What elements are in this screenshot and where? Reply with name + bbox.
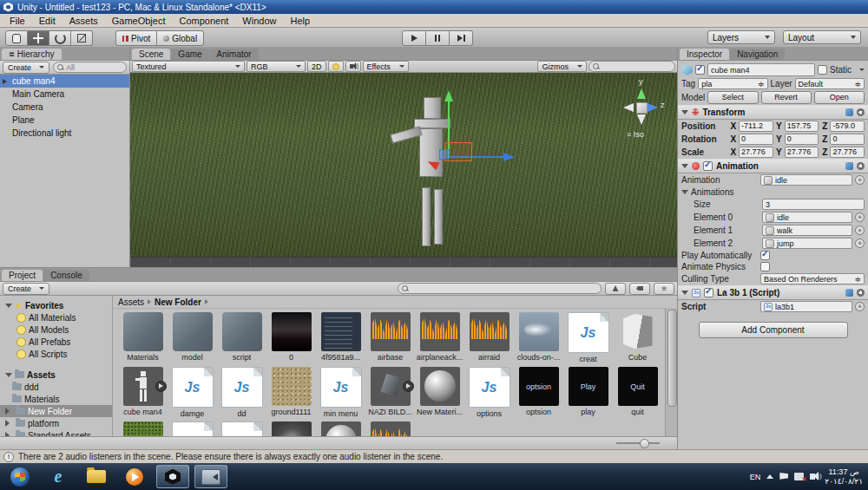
- hierarchy-item[interactable]: cube man4: [0, 75, 129, 88]
- object-picker-icon[interactable]: [855, 225, 865, 235]
- asset-tile[interactable]: airbase: [365, 312, 415, 363]
- scene-search-input[interactable]: [589, 61, 675, 72]
- menu-component[interactable]: Component: [173, 15, 234, 27]
- gizmos-dropdown[interactable]: Gizmos: [537, 61, 587, 72]
- static-checkbox[interactable]: [818, 65, 827, 75]
- model-revert-button[interactable]: Revert: [761, 91, 812, 104]
- tree-folder[interactable]: New Folder: [0, 405, 112, 417]
- tab-inspector[interactable]: Inspector: [680, 49, 729, 60]
- transform-rotation-y-field[interactable]: 0: [785, 134, 819, 145]
- asset-tile[interactable]: clouds-on-...: [514, 312, 563, 363]
- breadcrumb-segment[interactable]: Assets: [118, 297, 144, 307]
- transform-position-y-field[interactable]: 157.75: [785, 121, 819, 132]
- render-channel-dropdown[interactable]: RGB: [247, 61, 306, 72]
- search-by-type-button[interactable]: [605, 283, 626, 295]
- network-icon[interactable]: [794, 473, 804, 480]
- object-picker-icon[interactable]: [855, 302, 865, 311]
- asset-tile[interactable]: [118, 421, 168, 437]
- asset-tile[interactable]: airraid: [464, 312, 514, 363]
- asset-tile[interactable]: 0: [266, 312, 316, 363]
- asset-tile[interactable]: Jsdd: [217, 367, 266, 418]
- audio-toggle[interactable]: [345, 61, 361, 72]
- step-button[interactable]: [450, 30, 473, 46]
- gear-icon[interactable]: [857, 108, 865, 116]
- scene-viewport[interactable]: y z ≡ Iso: [130, 73, 677, 269]
- active-checkbox[interactable]: [695, 65, 705, 75]
- object-name-field[interactable]: cube man4: [707, 63, 815, 76]
- object-picker-icon[interactable]: [855, 175, 865, 185]
- start-button[interactable]: [3, 465, 36, 488]
- project-search-input[interactable]: [398, 283, 602, 294]
- search-by-label-button[interactable]: [629, 283, 650, 295]
- hierarchy-item[interactable]: Directional light: [0, 127, 129, 140]
- thumbnail-zoom-slider[interactable]: [616, 442, 660, 444]
- asset-tile[interactable]: [365, 421, 415, 437]
- toggle-2d[interactable]: 2D: [307, 61, 326, 72]
- foldout-icon[interactable]: [5, 408, 13, 415]
- file-explorer-button[interactable]: [80, 465, 113, 488]
- element-clip-field[interactable]: jump: [762, 238, 852, 249]
- favorites-item[interactable]: All Materials: [0, 311, 112, 323]
- asset-tile[interactable]: [266, 421, 316, 437]
- favorites-root[interactable]: ★Favorites: [0, 299, 112, 311]
- asset-tile[interactable]: Cube: [613, 312, 662, 363]
- foldout-icon[interactable]: [5, 304, 12, 308]
- projection-label[interactable]: ≡ Iso: [627, 130, 644, 139]
- breadcrumb-segment[interactable]: New Folder: [155, 297, 201, 307]
- help-icon[interactable]: [845, 162, 853, 170]
- transform-scale-y-field[interactable]: 27.776: [785, 147, 819, 158]
- model-open-button[interactable]: Open: [814, 91, 865, 104]
- asset-tile[interactable]: 4f9581a9...: [316, 312, 365, 363]
- internet-explorer-button[interactable]: e: [42, 465, 75, 488]
- asset-tile[interactable]: Jsmin menu: [316, 367, 365, 418]
- effects-dropdown[interactable]: Effects: [363, 61, 409, 72]
- favorites-item[interactable]: All Models: [0, 323, 112, 336]
- menu-file[interactable]: File: [3, 15, 31, 27]
- hand-tool-button[interactable]: [5, 30, 28, 46]
- action-center-icon[interactable]: [779, 473, 788, 480]
- animation-enabled-checkbox[interactable]: [703, 161, 713, 171]
- scrollbar-thumb[interactable]: [667, 310, 677, 407]
- pause-button[interactable]: [426, 30, 450, 46]
- favorites-star-button[interactable]: ★: [654, 283, 674, 295]
- transform-rotation-z-field[interactable]: 0: [830, 134, 865, 145]
- title-bar[interactable]: Unity - Untitled - test123 - PC, Mac & L…: [0, 0, 868, 14]
- culling-type-dropdown[interactable]: Based On Renderers≑: [760, 273, 865, 284]
- tab-scene[interactable]: Scene: [132, 49, 170, 60]
- object-picker-icon[interactable]: [855, 238, 865, 248]
- asset-tile[interactable]: Jscreat: [563, 312, 613, 363]
- pivot-toggle[interactable]: Pivot: [115, 30, 157, 46]
- model-select-button[interactable]: Select: [707, 91, 758, 104]
- grid-scrollbar[interactable]: [665, 308, 677, 437]
- asset-tile[interactable]: script: [217, 312, 266, 363]
- asset-tile[interactable]: model: [168, 312, 217, 363]
- rotate-tool-button[interactable]: [49, 30, 71, 46]
- tab-navigation[interactable]: Navigation: [730, 49, 785, 60]
- asset-tile[interactable]: airplaneack...: [415, 312, 464, 363]
- unity-taskbar-button[interactable]: [156, 465, 189, 488]
- play-automatically-checkbox[interactable]: [760, 251, 770, 260]
- asset-tile[interactable]: Jsoptions: [464, 367, 514, 418]
- foldout-icon[interactable]: [681, 164, 688, 168]
- animation-clip-field[interactable]: idle: [760, 174, 852, 186]
- gear-icon[interactable]: [857, 289, 865, 297]
- asset-tile[interactable]: Playplay: [563, 367, 613, 418]
- asset-tile[interactable]: Jsdamge: [168, 367, 217, 418]
- script-enabled-checkbox[interactable]: [704, 288, 713, 297]
- tab-animator[interactable]: Animator: [210, 49, 259, 60]
- hierarchy-item[interactable]: Main Camera: [0, 88, 129, 101]
- asset-tile[interactable]: Js: [168, 421, 217, 437]
- layout-dropdown[interactable]: Layout: [783, 30, 861, 44]
- animate-physics-checkbox[interactable]: [760, 262, 770, 271]
- scale-tool-button[interactable]: [71, 30, 93, 46]
- global-toggle[interactable]: Global: [157, 30, 204, 46]
- foldout-icon[interactable]: [5, 373, 12, 377]
- transform-rotation-x-field[interactable]: 0: [739, 134, 773, 145]
- menu-window[interactable]: Window: [236, 15, 282, 27]
- tray-expand-icon[interactable]: [766, 474, 773, 479]
- layer-dropdown[interactable]: Default≑: [795, 78, 865, 89]
- gear-icon[interactable]: [857, 162, 865, 170]
- preview-play-badge[interactable]: [403, 381, 414, 392]
- language-indicator[interactable]: EN: [750, 473, 761, 481]
- transform-position-z-field[interactable]: -579.0: [830, 121, 865, 132]
